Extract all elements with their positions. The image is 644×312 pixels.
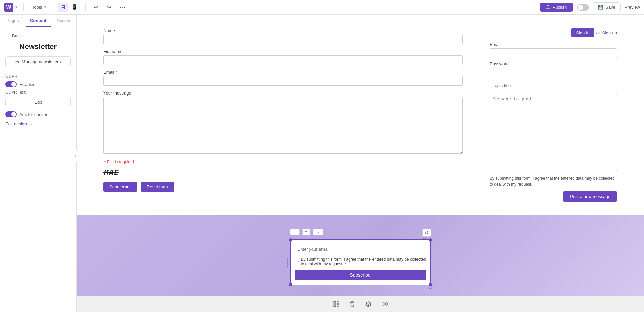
mobile-btn[interactable]: 📱	[69, 3, 80, 12]
forum-agreement-text: By submitting this form, I agree that th…	[490, 175, 617, 187]
widget-resize-handle[interactable]: ⇲	[428, 284, 432, 291]
edit-button[interactable]: Edit	[5, 97, 71, 107]
forum-email-group: Email	[490, 42, 617, 58]
consent-toggle-knob	[11, 112, 16, 117]
forum-email-input[interactable]	[490, 48, 617, 58]
corner-bl	[289, 283, 292, 286]
tab-design[interactable]: Design	[51, 15, 76, 27]
consent-row: Ask for consent	[5, 111, 71, 117]
email-label: Email *	[103, 70, 463, 75]
contact-form: Name Firstname Email *	[103, 28, 463, 202]
consent-toggle[interactable]	[5, 111, 17, 117]
main-layout: Pages Content Design ← Back Newsletter ✉…	[0, 15, 644, 312]
add-block-btn[interactable]	[331, 299, 342, 309]
layers-icon	[365, 301, 371, 307]
name-input[interactable]	[103, 35, 463, 44]
desktop-btn[interactable]: 🖥	[58, 3, 68, 12]
forum-message-group	[490, 94, 617, 172]
preview-button[interactable]: Preview	[625, 5, 640, 10]
firstname-label: Firstname	[103, 49, 463, 54]
drag-dot-2	[287, 259, 288, 260]
save-icon: 💾	[598, 5, 603, 10]
align-center-btn[interactable]: ≡	[302, 229, 310, 235]
sep3	[85, 3, 86, 11]
newsletter-widget-wrapper: ← ≡ → ↺	[290, 229, 431, 285]
publish-button[interactable]: Publish	[540, 3, 573, 12]
tools-menu[interactable]: Tools ▼	[32, 5, 47, 10]
undo-btn[interactable]: ↩	[91, 4, 100, 11]
svg-rect-0	[334, 301, 336, 303]
drag-dot-6	[287, 266, 288, 267]
gdpr-toggle-row: Enabled	[5, 81, 71, 87]
widget-email-input[interactable]	[295, 244, 426, 254]
svg-rect-1	[337, 301, 339, 303]
visibility-btn[interactable]	[379, 299, 390, 309]
reset-form-button[interactable]: Reset form	[141, 182, 174, 192]
gdpr-label: GDPR	[5, 74, 71, 79]
signin-row: Sign-in or Sign-up	[490, 28, 617, 37]
redo-btn[interactable]: ↪	[104, 4, 114, 11]
logo-w: W	[4, 3, 13, 12]
drag-dot-1	[287, 258, 288, 259]
email-input[interactable]	[103, 76, 463, 86]
logo[interactable]: W ▼	[4, 3, 18, 12]
align-right-btn[interactable]: →	[313, 229, 323, 235]
captcha-row: MAE	[103, 168, 463, 177]
captcha-text: MAE	[103, 168, 119, 177]
send-email-button[interactable]: Send email	[103, 182, 137, 192]
form-buttons: Send email Reset form	[103, 182, 463, 192]
forum-message-input[interactable]	[490, 94, 617, 171]
corner-tl	[289, 238, 292, 242]
widget-consent-text: By submitting this form, I agree that th…	[301, 257, 426, 266]
gdpr-text-label: GDPR Text	[5, 90, 71, 95]
name-label: Name	[103, 28, 463, 33]
forum-topic-input[interactable]	[490, 81, 617, 90]
widget-consent-checkbox[interactable]	[295, 258, 299, 262]
or-text: or	[596, 30, 600, 35]
signup-link[interactable]: Sign-up	[602, 30, 617, 35]
gdpr-enabled-label: Enabled	[19, 82, 36, 87]
svg-rect-2	[334, 305, 336, 307]
bottom-toolbar	[77, 296, 644, 312]
widget-drag-handle[interactable]	[285, 256, 289, 268]
more-btn[interactable]: ⋯	[118, 4, 127, 11]
tab-content[interactable]: Content	[26, 15, 51, 27]
delete-btn[interactable]	[347, 299, 358, 309]
message-input[interactable]	[103, 97, 463, 154]
post-message-button[interactable]: Post a new message	[563, 191, 617, 202]
sidebar: Pages Content Design ← Back Newsletter ✉…	[0, 15, 77, 312]
edit-design-link[interactable]: Edit design →	[5, 121, 71, 126]
sidebar-tabs: Pages Content Design	[0, 15, 76, 27]
manage-icon: ✉	[15, 59, 19, 64]
align-left-btn[interactable]: ←	[290, 229, 300, 235]
eye-icon	[381, 302, 388, 306]
email-group: Email *	[103, 70, 463, 86]
back-arrow-icon: ←	[5, 33, 10, 38]
svg-point-4	[384, 303, 385, 305]
canvas-inner: Name Firstname Email *	[77, 15, 644, 312]
save-button[interactable]: 💾 Save	[593, 2, 621, 12]
publish-label: Publish	[552, 5, 567, 10]
forum-password-label: Password	[490, 61, 617, 66]
logo-chevron: ▼	[15, 5, 18, 9]
corner-tr	[429, 238, 432, 242]
preview-label: Preview	[625, 5, 640, 10]
layers-btn[interactable]	[363, 299, 374, 309]
edit-design-label: Edit design	[5, 121, 27, 126]
captcha-input[interactable]	[122, 168, 176, 177]
forum-password-group: Password	[490, 61, 617, 77]
page-section-white: Name Firstname Email *	[77, 15, 644, 215]
signin-button[interactable]: Sign-in	[571, 28, 594, 37]
widget-dots-btn[interactable]: ⋯	[421, 235, 426, 242]
svg-rect-3	[337, 305, 339, 307]
forum-password-input[interactable]	[490, 68, 617, 77]
sidebar-collapse-btn[interactable]: ‹	[73, 150, 77, 162]
tab-pages[interactable]: Pages	[0, 15, 26, 27]
firstname-input[interactable]	[103, 55, 463, 65]
manage-newsletters-button[interactable]: ✉ Manage newsletters	[5, 56, 71, 67]
back-button[interactable]: ← Back	[5, 33, 71, 38]
sep2	[52, 3, 52, 11]
gdpr-toggle[interactable]	[5, 81, 17, 87]
publish-toggle[interactable]	[577, 4, 589, 11]
subscribe-button[interactable]: Subscribe	[295, 270, 426, 280]
